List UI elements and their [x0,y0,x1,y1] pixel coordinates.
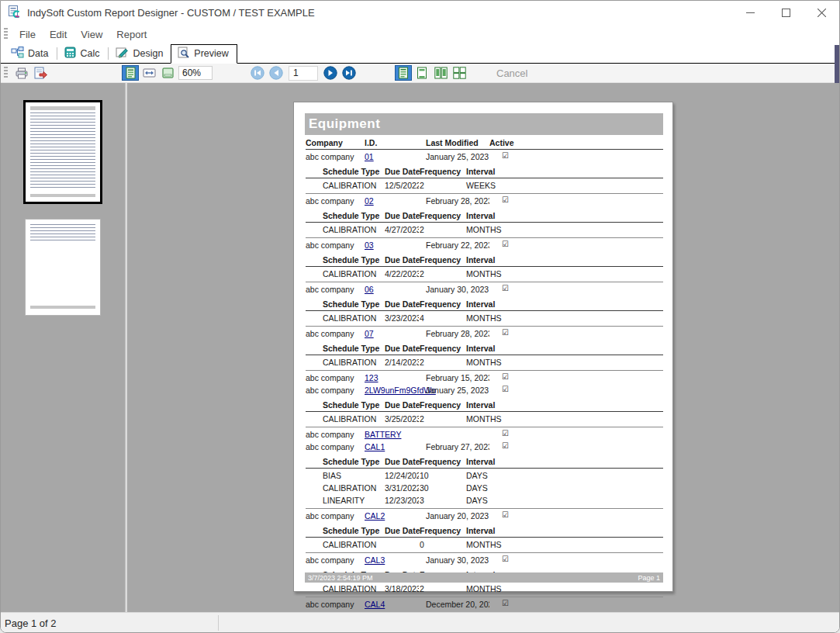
schedule-frequency-cell: 2 [420,181,424,190]
tab-design[interactable]: Design [109,45,171,63]
tab-calc[interactable]: Calc [58,45,107,63]
last-page-button[interactable] [340,65,358,81]
schedule-row: CALIBRATION3/18/20232MONTHS [306,584,663,594]
equipment-id-link[interactable]: CAL3 [365,555,385,565]
menu-view[interactable]: View [74,24,109,44]
schedule-header-row: Schedule TypeDue DateFrequencyInterval [306,211,663,223]
last-modified-cell: January 30, 2023 [407,555,489,565]
menu-file[interactable]: File [12,24,43,44]
column-header-id: I.D. [365,138,377,147]
row-separator [306,427,663,427]
schedule-interval-cell: DAYS [466,496,488,505]
report-title-band: Equipment [305,113,663,135]
equipment-id-link[interactable]: 02 [365,196,374,206]
schedule-column-frequency: Frequency [420,167,461,176]
equipment-row: abc company06January 30, 2023☑ [306,285,663,295]
zoom-percent-button[interactable] [159,65,176,81]
print-button[interactable] [13,65,30,81]
equipment-id-link[interactable]: CAL2 [365,511,385,521]
last-modified-cell: January 25, 2023 [407,152,489,161]
last-modified-cell: January 20, 2023 [407,511,489,521]
schedule-column-interval: Interval [466,344,495,353]
menu-report[interactable]: Report [109,24,154,44]
menu-grip[interactable] [4,28,8,40]
company-cell: abc company [306,152,354,161]
active-checkbox: ☑ [502,599,509,607]
menu-edit[interactable]: Edit [43,24,74,44]
schedule-column-due-date: Due Date [385,167,420,176]
schedule-header-row: Schedule TypeDue DateFrequencyInterval [306,400,663,412]
thumbnail-title-band [30,106,95,110]
page-thumbnail-2[interactable] [25,219,101,316]
view-multiple-pages-button[interactable] [451,65,468,81]
equipment-row: abc company07February 28, 2023☑ [306,329,663,339]
schedule-type-cell: BIAS [323,471,341,480]
toolbar-grip[interactable] [4,67,8,79]
active-checkbox: ☑ [502,510,509,519]
zoom-fit-width-button[interactable] [140,65,157,81]
company-cell: abc company [306,600,354,609]
schedule-due-date-cell: 12/24/2022 [385,471,419,480]
schedule-due-date-cell: 3/18/2023 [385,584,419,593]
schedule-column-frequency: Frequency [420,299,461,309]
next-page-button[interactable] [322,65,339,81]
equipment-id-link[interactable]: 01 [365,152,374,161]
schedule-row: CALIBRATION2/14/20232MONTHS [306,358,663,368]
first-page-button[interactable] [249,65,266,81]
report-title: Equipment [309,116,380,132]
equipment-row: abc company2LW9unFm9GfdWoJanuary 25, 202… [306,386,663,396]
export-button[interactable] [32,65,49,81]
maximize-button[interactable] [768,1,804,24]
report-body: Company I.D. Last Modified Active abc co… [306,137,663,612]
schedule-due-date-cell: 4/27/2023 [385,225,419,234]
equipment-id-link[interactable]: CAL1 [365,442,385,451]
zoom-level-field[interactable]: 60% [178,66,213,80]
company-cell: abc company [306,442,354,451]
active-checkbox: ☑ [502,385,509,393]
tab-data[interactable]: Data [5,45,56,63]
close-button[interactable] [804,1,839,24]
company-cell: abc company [306,373,354,382]
calculator-icon [64,47,76,61]
view-facing-pages-button[interactable] [432,65,449,81]
last-modified-cell: February 15, 2023 [407,373,489,382]
page-thumbnail-1[interactable] [23,100,102,204]
row-separator [306,237,663,238]
row-separator [306,597,663,597]
page-number-input[interactable]: 1 [289,66,318,81]
equipment-id-link[interactable]: 06 [365,285,374,294]
zoom-fit-page-button[interactable] [122,65,139,81]
schedule-header-row: Schedule TypeDue DateFrequencyInterval [306,526,663,538]
last-modified-cell: January 30, 2023 [407,285,489,294]
view-continuous-button[interactable] [413,65,430,81]
schedule-row: CALIBRATION0MONTHS [306,540,663,550]
schedule-column-due-date: Due Date [385,211,420,220]
equipment-id-link[interactable]: 07 [365,329,374,338]
schedule-row: CALIBRATION12/5/20222WEEKS [306,181,663,191]
schedule-type-cell: CALIBRATION [323,269,376,278]
cancel-button[interactable]: Cancel [496,67,527,79]
equipment-id-link[interactable]: 123 [365,373,379,382]
last-modified-cell: December 20, 202 [407,600,489,609]
equipment-id-link[interactable]: BATTERY [365,430,401,439]
app-icon [8,5,21,21]
company-cell: abc company [306,386,354,395]
schedule-type-cell: CALIBRATION [323,540,376,549]
minimize-button[interactable] [732,1,768,24]
previous-page-button[interactable] [268,65,285,81]
view-single-page-button[interactable] [395,65,412,81]
schedule-column-due-date: Due Date [385,344,420,353]
equipment-row: abc companyCAL4December 20, 202☑ [306,600,663,610]
equipment-id-link[interactable]: CAL4 [365,600,385,609]
title-bar: IndySoft Custom Report Designer - CUSTOM… [1,1,839,24]
schedule-row: CALIBRATION3/31/202230DAYS [306,483,663,493]
schedule-row: CALIBRATION3/25/20232MONTHS [306,414,663,424]
active-checkbox: ☑ [502,372,509,381]
equipment-id-link[interactable]: 03 [365,240,374,250]
last-modified-cell: February 27, 2023 [407,442,489,451]
tab-preview[interactable]: Preview [171,44,237,64]
active-checkbox: ☑ [502,441,509,450]
schedule-column-due-date: Due Date [385,400,420,410]
preview-toolbar: 60% 1 [1,64,839,83]
schedule-frequency-cell: 4 [420,313,424,323]
